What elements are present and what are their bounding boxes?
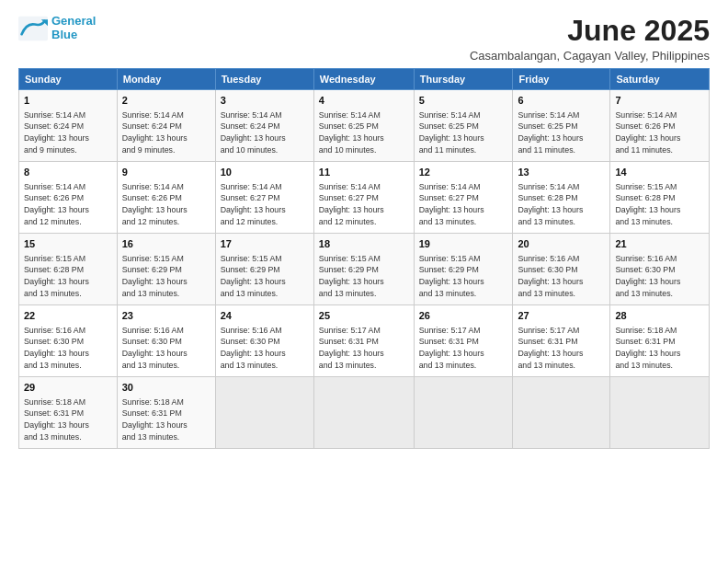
day-info: Sunrise: 5:18 AM Sunset: 6:31 PM Dayligh…: [122, 396, 210, 443]
day-info: Sunrise: 5:14 AM Sunset: 6:24 PM Dayligh…: [24, 109, 112, 156]
calendar-cell: 16Sunrise: 5:15 AM Sunset: 6:29 PM Dayli…: [117, 234, 215, 305]
calendar-week-2: 8Sunrise: 5:14 AM Sunset: 6:26 PM Daylig…: [19, 162, 710, 234]
day-info: Sunrise: 5:16 AM Sunset: 6:30 PM Dayligh…: [122, 325, 210, 372]
calendar-header-sunday: Sunday: [19, 69, 118, 90]
calendar-cell: 26Sunrise: 5:17 AM Sunset: 6:31 PM Dayli…: [414, 305, 513, 377]
calendar-cell: 11Sunrise: 5:14 AM Sunset: 6:27 PM Dayli…: [313, 162, 414, 234]
calendar-header-tuesday: Tuesday: [215, 69, 313, 90]
calendar-week-4: 22Sunrise: 5:16 AM Sunset: 6:30 PM Dayli…: [19, 305, 710, 377]
calendar-cell: 22Sunrise: 5:16 AM Sunset: 6:30 PM Dayli…: [19, 305, 118, 377]
day-number: 21: [615, 237, 704, 251]
day-number: 22: [24, 309, 112, 323]
day-info: Sunrise: 5:18 AM Sunset: 6:31 PM Dayligh…: [24, 396, 112, 443]
calendar-cell: 10Sunrise: 5:14 AM Sunset: 6:27 PM Dayli…: [215, 162, 313, 234]
day-number: 7: [615, 94, 704, 108]
day-number: 11: [319, 166, 409, 179]
day-number: 20: [518, 237, 605, 251]
day-info: Sunrise: 5:14 AM Sunset: 6:25 PM Dayligh…: [419, 109, 508, 156]
calendar-cell: 19Sunrise: 5:15 AM Sunset: 6:29 PM Dayli…: [414, 234, 513, 305]
calendar-cell: 4Sunrise: 5:14 AM Sunset: 6:25 PM Daylig…: [313, 90, 414, 162]
day-info: Sunrise: 5:18 AM Sunset: 6:31 PM Dayligh…: [615, 325, 704, 372]
day-number: 13: [518, 166, 605, 179]
day-info: Sunrise: 5:14 AM Sunset: 6:24 PM Dayligh…: [122, 109, 210, 156]
day-number: 25: [319, 309, 409, 323]
calendar-cell: 24Sunrise: 5:16 AM Sunset: 6:30 PM Dayli…: [215, 305, 313, 377]
day-number: 28: [615, 309, 704, 323]
calendar-cell: 25Sunrise: 5:17 AM Sunset: 6:31 PM Dayli…: [313, 305, 414, 377]
location-title: Casambalangan, Cagayan Valley, Philippin…: [470, 49, 710, 63]
day-info: Sunrise: 5:14 AM Sunset: 6:27 PM Dayligh…: [319, 181, 409, 228]
calendar-header-saturday: Saturday: [610, 69, 710, 90]
calendar-cell: 13Sunrise: 5:14 AM Sunset: 6:28 PM Dayli…: [513, 162, 610, 234]
day-number: 16: [122, 237, 210, 251]
calendar-cell: 2Sunrise: 5:14 AM Sunset: 6:24 PM Daylig…: [117, 90, 215, 162]
calendar-header-friday: Friday: [513, 69, 610, 90]
day-info: Sunrise: 5:17 AM Sunset: 6:31 PM Dayligh…: [419, 325, 508, 372]
day-info: Sunrise: 5:16 AM Sunset: 6:30 PM Dayligh…: [24, 325, 112, 372]
day-info: Sunrise: 5:14 AM Sunset: 6:27 PM Dayligh…: [221, 181, 309, 228]
day-number: 26: [419, 309, 508, 323]
day-number: 15: [24, 237, 112, 251]
calendar-cell: 28Sunrise: 5:18 AM Sunset: 6:31 PM Dayli…: [610, 305, 710, 377]
day-info: Sunrise: 5:15 AM Sunset: 6:29 PM Dayligh…: [221, 253, 309, 300]
calendar-cell: 1Sunrise: 5:14 AM Sunset: 6:24 PM Daylig…: [19, 90, 118, 162]
calendar-cell: 14Sunrise: 5:15 AM Sunset: 6:28 PM Dayli…: [610, 162, 710, 234]
day-info: Sunrise: 5:14 AM Sunset: 6:26 PM Dayligh…: [122, 181, 210, 228]
calendar-cell: 5Sunrise: 5:14 AM Sunset: 6:25 PM Daylig…: [414, 90, 513, 162]
page: General Blue June 2025 Casambalangan, Ca…: [0, 0, 728, 563]
day-info: Sunrise: 5:16 AM Sunset: 6:30 PM Dayligh…: [221, 325, 309, 372]
calendar-cell: 17Sunrise: 5:15 AM Sunset: 6:29 PM Dayli…: [215, 234, 313, 305]
logo-text: General Blue: [51, 15, 96, 42]
day-number: 29: [24, 381, 112, 395]
day-number: 8: [24, 166, 112, 179]
calendar-week-1: 1Sunrise: 5:14 AM Sunset: 6:24 PM Daylig…: [19, 90, 710, 162]
calendar-cell: [414, 377, 513, 449]
day-info: Sunrise: 5:14 AM Sunset: 6:27 PM Dayligh…: [419, 181, 508, 228]
logo: General Blue: [18, 15, 96, 42]
calendar-cell: [513, 377, 610, 449]
day-info: Sunrise: 5:14 AM Sunset: 6:26 PM Dayligh…: [24, 181, 112, 228]
day-info: Sunrise: 5:14 AM Sunset: 6:28 PM Dayligh…: [518, 181, 605, 228]
header: General Blue June 2025 Casambalangan, Ca…: [18, 15, 710, 63]
calendar-cell: 23Sunrise: 5:16 AM Sunset: 6:30 PM Dayli…: [117, 305, 215, 377]
day-info: Sunrise: 5:15 AM Sunset: 6:29 PM Dayligh…: [122, 253, 210, 300]
day-info: Sunrise: 5:15 AM Sunset: 6:29 PM Dayligh…: [319, 253, 409, 300]
calendar-header-monday: Monday: [117, 69, 215, 90]
calendar-cell: 20Sunrise: 5:16 AM Sunset: 6:30 PM Dayli…: [513, 234, 610, 305]
day-info: Sunrise: 5:15 AM Sunset: 6:29 PM Dayligh…: [419, 253, 508, 300]
day-info: Sunrise: 5:14 AM Sunset: 6:24 PM Dayligh…: [221, 109, 309, 156]
logo-icon: [18, 16, 48, 41]
calendar-week-5: 29Sunrise: 5:18 AM Sunset: 6:31 PM Dayli…: [19, 377, 710, 449]
day-number: 19: [419, 237, 508, 251]
calendar-cell: 18Sunrise: 5:15 AM Sunset: 6:29 PM Dayli…: [313, 234, 414, 305]
day-info: Sunrise: 5:16 AM Sunset: 6:30 PM Dayligh…: [615, 253, 704, 300]
calendar-cell: [313, 377, 414, 449]
day-number: 23: [122, 309, 210, 323]
calendar-cell: 12Sunrise: 5:14 AM Sunset: 6:27 PM Dayli…: [414, 162, 513, 234]
calendar-cell: 3Sunrise: 5:14 AM Sunset: 6:24 PM Daylig…: [215, 90, 313, 162]
day-number: 30: [122, 381, 210, 395]
day-number: 2: [122, 94, 210, 108]
calendar-table: SundayMondayTuesdayWednesdayThursdayFrid…: [18, 68, 710, 449]
day-number: 18: [319, 237, 409, 251]
day-info: Sunrise: 5:16 AM Sunset: 6:30 PM Dayligh…: [518, 253, 605, 300]
day-number: 17: [221, 237, 309, 251]
day-number: 10: [221, 166, 309, 179]
calendar-cell: 29Sunrise: 5:18 AM Sunset: 6:31 PM Dayli…: [19, 377, 118, 449]
day-info: Sunrise: 5:14 AM Sunset: 6:26 PM Dayligh…: [615, 109, 704, 156]
calendar-cell: 8Sunrise: 5:14 AM Sunset: 6:26 PM Daylig…: [19, 162, 118, 234]
day-number: 1: [24, 94, 112, 108]
calendar-cell: [610, 377, 710, 449]
day-number: 6: [518, 94, 605, 108]
calendar-header-thursday: Thursday: [414, 69, 513, 90]
calendar-cell: 21Sunrise: 5:16 AM Sunset: 6:30 PM Dayli…: [610, 234, 710, 305]
calendar-cell: 9Sunrise: 5:14 AM Sunset: 6:26 PM Daylig…: [117, 162, 215, 234]
day-number: 5: [419, 94, 508, 108]
day-info: Sunrise: 5:15 AM Sunset: 6:28 PM Dayligh…: [615, 181, 704, 228]
calendar-week-3: 15Sunrise: 5:15 AM Sunset: 6:28 PM Dayli…: [19, 234, 710, 305]
day-number: 27: [518, 309, 605, 323]
day-number: 4: [319, 94, 409, 108]
day-number: 24: [221, 309, 309, 323]
calendar-header-wednesday: Wednesday: [313, 69, 414, 90]
day-info: Sunrise: 5:14 AM Sunset: 6:25 PM Dayligh…: [319, 109, 409, 156]
